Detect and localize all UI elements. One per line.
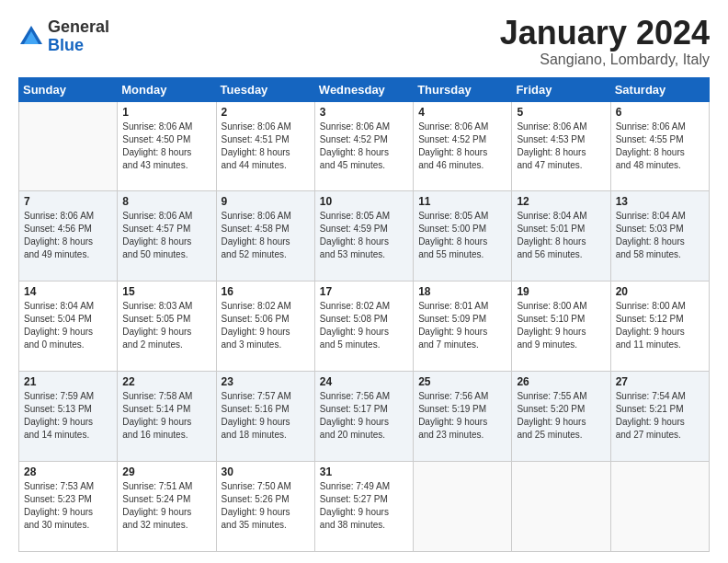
title-block: January 2024 Sangiano, Lombardy, Italy xyxy=(500,15,710,68)
calendar-body: 1Sunrise: 8:06 AM Sunset: 4:50 PM Daylig… xyxy=(19,101,710,551)
day-number: 24 xyxy=(320,375,408,388)
calendar-day-cell: 26Sunrise: 7:55 AM Sunset: 5:20 PM Dayli… xyxy=(512,372,610,462)
day-info: Sunrise: 8:06 AM Sunset: 4:56 PM Dayligh… xyxy=(24,210,112,261)
day-number: 20 xyxy=(616,285,704,298)
calendar-day-cell: 10Sunrise: 8:05 AM Sunset: 4:59 PM Dayli… xyxy=(314,191,413,282)
day-number: 15 xyxy=(122,285,210,298)
day-info: Sunrise: 8:01 AM Sunset: 5:09 PM Dayligh… xyxy=(418,300,506,351)
calendar-week-row: 1Sunrise: 8:06 AM Sunset: 4:50 PM Daylig… xyxy=(19,101,710,191)
calendar-day-cell: 21Sunrise: 7:59 AM Sunset: 5:13 PM Dayli… xyxy=(19,372,118,462)
day-info: Sunrise: 7:51 AM Sunset: 5:24 PM Dayligh… xyxy=(122,480,210,532)
calendar-day-cell: 29Sunrise: 7:51 AM Sunset: 5:24 PM Dayli… xyxy=(118,462,216,552)
day-number: 29 xyxy=(122,465,210,478)
day-info: Sunrise: 7:57 AM Sunset: 5:16 PM Dayligh… xyxy=(222,390,310,442)
day-info: Sunrise: 7:50 AM Sunset: 5:26 PM Dayligh… xyxy=(222,480,310,532)
day-info: Sunrise: 8:04 AM Sunset: 5:04 PM Dayligh… xyxy=(24,300,112,351)
weekday-header-sunday: Sunday xyxy=(19,77,118,101)
day-info: Sunrise: 8:06 AM Sunset: 4:58 PM Dayligh… xyxy=(222,210,310,261)
day-number: 30 xyxy=(222,465,310,478)
weekday-header-tuesday: Tuesday xyxy=(216,77,314,101)
day-info: Sunrise: 7:56 AM Sunset: 5:19 PM Dayligh… xyxy=(418,390,506,442)
calendar-day-cell: 17Sunrise: 8:02 AM Sunset: 5:08 PM Dayli… xyxy=(314,282,413,372)
day-number: 12 xyxy=(517,195,605,208)
day-info: Sunrise: 8:04 AM Sunset: 5:01 PM Dayligh… xyxy=(517,210,605,261)
calendar-day-cell xyxy=(19,101,118,191)
header: General Blue January 2024 Sangiano, Lomb… xyxy=(18,15,710,68)
day-info: Sunrise: 8:06 AM Sunset: 4:52 PM Dayligh… xyxy=(320,121,408,172)
weekday-row: SundayMondayTuesdayWednesdayThursdayFrid… xyxy=(19,77,710,101)
day-number: 10 xyxy=(320,195,408,208)
day-info: Sunrise: 8:05 AM Sunset: 4:59 PM Dayligh… xyxy=(320,210,408,261)
calendar-day-cell: 14Sunrise: 8:04 AM Sunset: 5:04 PM Dayli… xyxy=(19,282,118,372)
day-info: Sunrise: 8:06 AM Sunset: 4:52 PM Dayligh… xyxy=(418,121,506,172)
page: General Blue January 2024 Sangiano, Lomb… xyxy=(0,0,728,563)
calendar-day-cell: 30Sunrise: 7:50 AM Sunset: 5:26 PM Dayli… xyxy=(216,462,314,552)
day-number: 16 xyxy=(222,285,310,298)
calendar-day-cell: 7Sunrise: 8:06 AM Sunset: 4:56 PM Daylig… xyxy=(19,191,118,282)
day-info: Sunrise: 8:06 AM Sunset: 4:53 PM Dayligh… xyxy=(517,121,605,172)
calendar-day-cell: 23Sunrise: 7:57 AM Sunset: 5:16 PM Dayli… xyxy=(216,372,314,462)
day-info: Sunrise: 7:55 AM Sunset: 5:20 PM Dayligh… xyxy=(517,390,605,442)
calendar-day-cell: 9Sunrise: 8:06 AM Sunset: 4:58 PM Daylig… xyxy=(216,191,314,282)
calendar-header: SundayMondayTuesdayWednesdayThursdayFrid… xyxy=(19,77,710,101)
day-number: 26 xyxy=(517,375,605,388)
day-info: Sunrise: 8:06 AM Sunset: 4:57 PM Dayligh… xyxy=(122,210,210,261)
calendar-day-cell: 15Sunrise: 8:03 AM Sunset: 5:05 PM Dayli… xyxy=(118,282,216,372)
day-number: 28 xyxy=(24,465,112,478)
calendar-day-cell: 20Sunrise: 8:00 AM Sunset: 5:12 PM Dayli… xyxy=(610,282,709,372)
day-number: 2 xyxy=(222,106,310,119)
day-number: 5 xyxy=(517,106,605,119)
day-number: 9 xyxy=(222,195,310,208)
day-info: Sunrise: 7:49 AM Sunset: 5:27 PM Dayligh… xyxy=(320,480,408,532)
weekday-header-thursday: Thursday xyxy=(414,77,512,101)
calendar-day-cell xyxy=(512,462,610,552)
day-info: Sunrise: 7:58 AM Sunset: 5:14 PM Dayligh… xyxy=(122,390,210,442)
day-number: 8 xyxy=(122,195,210,208)
day-number: 6 xyxy=(616,106,704,119)
day-info: Sunrise: 8:06 AM Sunset: 4:55 PM Dayligh… xyxy=(616,121,704,172)
calendar-day-cell: 24Sunrise: 7:56 AM Sunset: 5:17 PM Dayli… xyxy=(314,372,413,462)
logo: General Blue xyxy=(18,18,109,55)
day-number: 11 xyxy=(418,195,506,208)
logo-general: General xyxy=(48,18,109,37)
day-number: 13 xyxy=(616,195,704,208)
day-number: 4 xyxy=(418,106,506,119)
calendar-day-cell: 28Sunrise: 7:53 AM Sunset: 5:23 PM Dayli… xyxy=(19,462,118,552)
day-info: Sunrise: 7:53 AM Sunset: 5:23 PM Dayligh… xyxy=(24,480,112,532)
calendar-day-cell: 3Sunrise: 8:06 AM Sunset: 4:52 PM Daylig… xyxy=(314,101,413,191)
logo-blue: Blue xyxy=(48,37,109,55)
day-number: 14 xyxy=(24,285,112,298)
day-info: Sunrise: 8:05 AM Sunset: 5:00 PM Dayligh… xyxy=(418,210,506,261)
calendar-day-cell: 25Sunrise: 7:56 AM Sunset: 5:19 PM Dayli… xyxy=(414,372,512,462)
day-info: Sunrise: 8:06 AM Sunset: 4:51 PM Dayligh… xyxy=(222,121,310,172)
calendar-day-cell: 22Sunrise: 7:58 AM Sunset: 5:14 PM Dayli… xyxy=(118,372,216,462)
calendar-day-cell: 27Sunrise: 7:54 AM Sunset: 5:21 PM Dayli… xyxy=(610,372,709,462)
day-info: Sunrise: 8:06 AM Sunset: 4:50 PM Dayligh… xyxy=(122,121,210,172)
day-number: 7 xyxy=(24,195,112,208)
calendar-week-row: 7Sunrise: 8:06 AM Sunset: 4:56 PM Daylig… xyxy=(19,191,710,282)
day-info: Sunrise: 7:54 AM Sunset: 5:21 PM Dayligh… xyxy=(616,390,704,442)
weekday-header-monday: Monday xyxy=(118,77,216,101)
calendar-day-cell: 6Sunrise: 8:06 AM Sunset: 4:55 PM Daylig… xyxy=(610,101,709,191)
day-info: Sunrise: 8:03 AM Sunset: 5:05 PM Dayligh… xyxy=(122,300,210,351)
day-number: 31 xyxy=(320,465,408,478)
day-number: 17 xyxy=(320,285,408,298)
logo-text: General Blue xyxy=(48,18,109,55)
day-info: Sunrise: 8:04 AM Sunset: 5:03 PM Dayligh… xyxy=(616,210,704,261)
day-number: 23 xyxy=(222,375,310,388)
calendar-day-cell: 31Sunrise: 7:49 AM Sunset: 5:27 PM Dayli… xyxy=(314,462,413,552)
day-number: 3 xyxy=(320,106,408,119)
day-info: Sunrise: 8:00 AM Sunset: 5:10 PM Dayligh… xyxy=(517,300,605,351)
calendar-day-cell: 11Sunrise: 8:05 AM Sunset: 5:00 PM Dayli… xyxy=(414,191,512,282)
day-number: 22 xyxy=(122,375,210,388)
calendar-day-cell: 19Sunrise: 8:00 AM Sunset: 5:10 PM Dayli… xyxy=(512,282,610,372)
calendar-week-row: 14Sunrise: 8:04 AM Sunset: 5:04 PM Dayli… xyxy=(19,282,710,372)
day-number: 25 xyxy=(418,375,506,388)
calendar-day-cell: 16Sunrise: 8:02 AM Sunset: 5:06 PM Dayli… xyxy=(216,282,314,372)
day-info: Sunrise: 8:02 AM Sunset: 5:08 PM Dayligh… xyxy=(320,300,408,351)
calendar-day-cell: 18Sunrise: 8:01 AM Sunset: 5:09 PM Dayli… xyxy=(414,282,512,372)
day-number: 21 xyxy=(24,375,112,388)
day-info: Sunrise: 7:56 AM Sunset: 5:17 PM Dayligh… xyxy=(320,390,408,442)
calendar-day-cell: 12Sunrise: 8:04 AM Sunset: 5:01 PM Dayli… xyxy=(512,191,610,282)
calendar-day-cell: 2Sunrise: 8:06 AM Sunset: 4:51 PM Daylig… xyxy=(216,101,314,191)
